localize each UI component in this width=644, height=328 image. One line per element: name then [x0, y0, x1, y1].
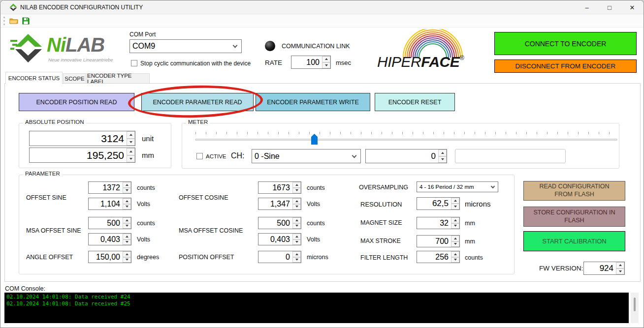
spin-down-button[interactable] [322, 62, 330, 69]
store-configuration-in-flash-button[interactable]: STORE CONFIGURATION IN FLASH [523, 207, 625, 227]
spin-down-button[interactable] [451, 241, 459, 247]
max-stroke-spinner[interactable]: 700 [417, 235, 460, 247]
encoder-parameter-read-button[interactable]: ENCODER PARAMETER READ [141, 93, 254, 111]
meter-channel-select[interactable]: 0 -Sine [252, 149, 361, 163]
oversampling-select[interactable]: 4 - 16 Period / 32 mm [417, 181, 498, 192]
close-button[interactable]: ✕ [621, 0, 644, 14]
meter-value-spinner[interactable]: 0 [365, 149, 447, 163]
spin-down-button[interactable] [438, 156, 447, 163]
com-port-select[interactable]: COM9 [129, 39, 242, 53]
encoder-reset-button[interactable]: ENCODER RESET [375, 93, 455, 111]
spin-up-button[interactable] [451, 236, 459, 241]
spin-up-button[interactable] [292, 182, 301, 188]
spin-down-button[interactable] [451, 257, 459, 263]
angle-offset-unit: degrees [137, 254, 159, 261]
spin-down-button[interactable] [123, 257, 131, 263]
connect-to-encoder-button[interactable]: CONNECT TO ENCODER [494, 32, 637, 55]
meter-active-label: ACTIVE [206, 153, 226, 159]
spin-up-button[interactable] [123, 198, 131, 204]
meter-value: 0 [366, 149, 438, 163]
stop-cyclic-checkbox[interactable] [131, 60, 137, 66]
filter-length-label: FILTER LENGTH [360, 254, 408, 261]
tab-encoder-type-label[interactable]: ENCODER TYPE LABEL [87, 73, 150, 84]
offset-cosine-volts-value: 1,347 [258, 198, 292, 209]
parameter-title: PARAMETER [23, 171, 62, 177]
offset-cosine-counts-spinner[interactable]: 1673 [258, 181, 301, 194]
start-calibration-button[interactable]: START CALIBRATION [523, 231, 625, 251]
msa-offset-cosine-volts-spinner[interactable]: 0,403 [258, 233, 301, 245]
msa-offset-sine-volts-unit: Volts [137, 236, 150, 243]
meter-slider-track[interactable] [195, 139, 617, 141]
spin-down-button[interactable] [123, 204, 131, 210]
spin-up-button[interactable] [438, 149, 447, 156]
spin-up-button[interactable] [451, 198, 459, 204]
spin-down-button[interactable] [123, 188, 131, 194]
spin-up-button[interactable] [451, 251, 459, 257]
msa-offset-cosine-counts-spinner[interactable]: 500 [258, 217, 301, 229]
encoder-position-read-button[interactable]: ENCODER POSITION READ [19, 93, 134, 111]
spin-up-button[interactable] [127, 131, 135, 139]
msa-offset-sine-volts-spinner[interactable]: 0,403 [88, 233, 131, 245]
hiperface-logo-text: HIPERFACE® [377, 54, 464, 70]
position-offset-spinner[interactable]: 0 [258, 251, 301, 263]
disconnect-from-encoder-button[interactable]: DISCONNECT FROM ENCODER [494, 60, 637, 73]
tab-scope[interactable]: SCOPE [63, 73, 86, 84]
open-file-button[interactable] [8, 15, 20, 27]
spin-down-button[interactable] [127, 155, 135, 163]
magnet-size-unit: mm [465, 220, 475, 227]
encoder-parameter-write-button[interactable]: ENCODER PARAMETER WRITE [256, 93, 370, 111]
fw-version-spinner[interactable]: 924 [583, 262, 625, 275]
spin-up-button[interactable] [451, 217, 459, 223]
spin-up-button[interactable] [292, 234, 301, 239]
rate-spinner[interactable]: 100 [291, 56, 331, 69]
max-stroke-unit: mm [465, 238, 475, 245]
resolution-spinner[interactable]: 62,5 [417, 197, 460, 210]
spin-down-button[interactable] [123, 223, 131, 229]
console-scrollbar-thumb[interactable] [634, 298, 636, 311]
spin-up-button[interactable] [292, 198, 301, 204]
magnet-size-spinner[interactable]: 32 [417, 217, 460, 229]
offset-sine-counts-spinner[interactable]: 1372 [88, 181, 131, 194]
save-button[interactable] [20, 15, 32, 27]
spin-down-button[interactable] [292, 204, 301, 210]
spin-up-button[interactable] [292, 251, 301, 257]
minimize-button[interactable]: – [576, 0, 598, 14]
spin-up-button[interactable] [123, 217, 131, 223]
max-stroke-value: 700 [417, 236, 451, 247]
spin-down-button[interactable] [127, 139, 135, 146]
absolute-position-unit-value: 3124 [30, 131, 127, 146]
spin-up-button[interactable] [123, 234, 131, 239]
spin-down-button[interactable] [451, 223, 459, 229]
maximize-button[interactable]: □ [598, 0, 621, 14]
msa-offset-sine-counts-spinner[interactable]: 500 [88, 217, 131, 229]
open-folder-icon [9, 17, 18, 25]
tab-encoder-status[interactable]: ENCODER STATUS [5, 72, 63, 84]
com-console-output[interactable]: 02.10.2024 14:01:08: Data received #24 0… [4, 293, 629, 323]
absolute-position-unit-spinner[interactable]: 3124 [29, 131, 135, 146]
spin-down-button[interactable] [292, 188, 301, 194]
spin-up-button[interactable] [322, 56, 330, 62]
offset-sine-volts-spinner[interactable]: 1,104 [88, 198, 131, 210]
spin-down-button[interactable] [616, 268, 624, 275]
spin-up-button[interactable] [123, 251, 131, 257]
filter-length-spinner[interactable]: 256 [417, 251, 460, 263]
offset-cosine-volts-spinner[interactable]: 1,347 [258, 198, 301, 210]
spin-up-button[interactable] [127, 148, 135, 155]
spin-up-button[interactable] [123, 182, 131, 188]
offset-cosine-counts-value: 1673 [258, 182, 292, 193]
spin-down-button[interactable] [451, 204, 459, 209]
spin-down-button[interactable] [292, 239, 301, 245]
spin-down-button[interactable] [292, 223, 301, 229]
spin-up-button[interactable] [292, 217, 301, 223]
angle-offset-label: ANGLE OFFSET [26, 254, 73, 261]
position-offset-label: POSITION OFFSET [179, 254, 234, 261]
meter-extra-field[interactable] [455, 149, 566, 163]
read-configuration-from-flash-button[interactable]: READ CONFIGURATION FROM FLASH [523, 181, 625, 201]
spin-down-button[interactable] [123, 239, 131, 245]
spin-up-button[interactable] [616, 262, 624, 268]
absolute-position-mm-spinner[interactable]: 195,250 [29, 148, 135, 163]
angle-offset-spinner[interactable]: 150,00 [88, 251, 131, 263]
meter-active-checkbox[interactable] [196, 153, 203, 159]
rate-value: 100 [291, 56, 322, 68]
spin-down-button[interactable] [292, 257, 301, 263]
